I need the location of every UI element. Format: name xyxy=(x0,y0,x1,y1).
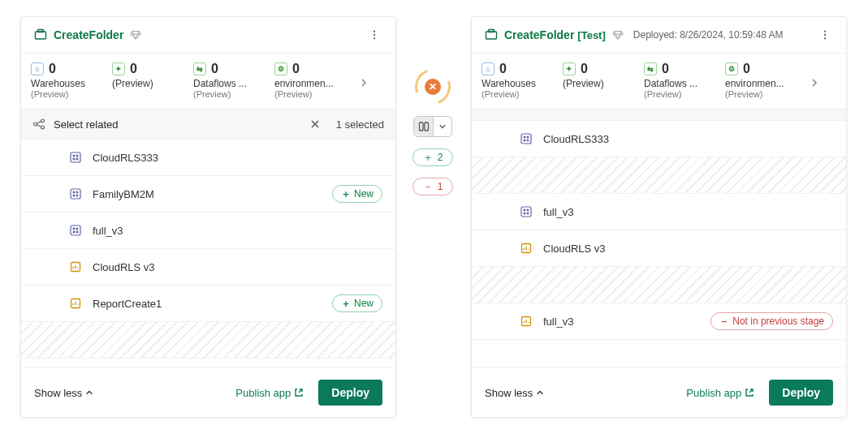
summary-warehouses[interactable]: ⌂0 Warehouses (Preview) xyxy=(482,62,559,99)
summary-warehouses[interactable]: ⌂0 Warehouses (Preview) xyxy=(31,62,109,99)
svg-point-19 xyxy=(73,228,75,230)
stage-more-button[interactable] xyxy=(817,27,833,43)
chevron-right-icon xyxy=(359,78,369,88)
stage-more-button[interactable] xyxy=(366,27,382,43)
compare-dropdown[interactable] xyxy=(433,117,451,136)
preview-icon: ✦ xyxy=(563,62,576,75)
summary-dataflows[interactable]: ⇆0 Dataflows ... (Preview) xyxy=(193,62,271,99)
placeholder-row xyxy=(21,322,395,359)
svg-point-29 xyxy=(824,30,826,32)
svg-point-35 xyxy=(524,140,525,141)
summary-dataflows[interactable]: ⇆0 Dataflows ... (Preview) xyxy=(644,62,722,99)
deployed-timestamp: Deployed: 8/26/2024, 10:59:48 AM xyxy=(633,29,784,41)
compare-column: ✕ ＋2 －1 xyxy=(404,69,461,195)
svg-point-14 xyxy=(73,191,75,193)
close-icon xyxy=(310,119,320,129)
deploy-button[interactable]: Deploy xyxy=(769,380,833,406)
item-list: CloudRLS333 FamilyBM2M ＋New full_v3 Clou… xyxy=(21,140,395,367)
report-icon xyxy=(519,241,533,256)
select-related-link[interactable]: Select related xyxy=(54,118,119,131)
publish-app-link[interactable]: Publish app xyxy=(686,387,754,399)
svg-point-6 xyxy=(41,119,45,122)
warehouse-icon: ⌂ xyxy=(31,62,44,75)
list-item[interactable]: ReportCreate1 ＋New xyxy=(21,286,395,322)
list-item[interactable]: CloudRLS v3 xyxy=(472,230,846,267)
chevron-down-icon xyxy=(438,122,447,131)
removed-count-pill[interactable]: －1 xyxy=(412,178,454,195)
list-item[interactable]: CloudRLS333 xyxy=(21,140,395,176)
summary-preview[interactable]: ✦0 (Preview) xyxy=(112,62,190,89)
summary-environments[interactable]: ⚙0 environmen... (Preview) xyxy=(725,62,803,99)
report-icon xyxy=(68,260,83,274)
environment-icon: ⚙ xyxy=(725,62,738,75)
svg-point-5 xyxy=(34,122,37,126)
svg-rect-0 xyxy=(36,32,46,39)
svg-rect-25 xyxy=(419,122,423,131)
compare-side-by-side[interactable] xyxy=(414,117,433,136)
stage-header: CreateFolder xyxy=(21,17,395,54)
dataset-icon xyxy=(519,204,533,219)
svg-point-7 xyxy=(41,126,45,129)
workspace-icon xyxy=(34,28,47,41)
publish-app-link[interactable]: Publish app xyxy=(235,387,304,399)
stage-header: CreateFolder [Test] Deployed: 8/26/2024,… xyxy=(472,17,846,54)
svg-point-15 xyxy=(76,191,78,193)
dataset-icon xyxy=(68,223,83,238)
list-item[interactable]: CloudRLS333 xyxy=(472,121,846,157)
more-vertical-icon xyxy=(819,29,831,41)
svg-point-11 xyxy=(73,158,75,160)
minus-icon: － xyxy=(423,179,433,194)
svg-point-34 xyxy=(527,136,529,138)
svg-point-17 xyxy=(76,195,78,196)
svg-point-33 xyxy=(524,136,525,138)
dataset-icon xyxy=(68,150,83,165)
new-badge: ＋New xyxy=(332,185,382,203)
svg-rect-37 xyxy=(521,207,531,217)
list-item[interactable]: FamilyBM2M ＋New xyxy=(21,176,395,213)
summary-scroll-right[interactable] xyxy=(806,67,823,99)
stage-source: CreateFolder ⌂0 Warehouses (Preview) ✦0 … xyxy=(20,16,396,418)
premium-diamond-icon xyxy=(612,29,624,41)
svg-point-4 xyxy=(374,37,375,39)
list-item[interactable]: full_v3 xyxy=(472,194,846,230)
plus-icon: ＋ xyxy=(341,296,351,311)
svg-rect-18 xyxy=(71,225,80,235)
stage-title: CreateFolder xyxy=(54,28,123,41)
summary-row: ⌂0 Warehouses (Preview) ✦0 (Preview) ⇆0 … xyxy=(21,54,395,109)
svg-rect-8 xyxy=(71,152,80,162)
clear-selection-button[interactable] xyxy=(309,118,322,131)
plus-icon: ＋ xyxy=(341,187,351,201)
show-less-link[interactable]: Show less xyxy=(34,387,93,399)
summary-scroll-right[interactable] xyxy=(356,67,372,99)
chevron-up-icon xyxy=(85,389,93,397)
minus-icon: － xyxy=(719,314,729,328)
sync-error-icon: ✕ xyxy=(425,79,441,95)
workspace-icon xyxy=(485,28,498,41)
svg-point-16 xyxy=(73,195,75,196)
sync-status-badge[interactable]: ✕ xyxy=(415,69,451,105)
svg-rect-1 xyxy=(38,30,44,32)
list-item[interactable]: full_v3 xyxy=(21,213,395,249)
list-item[interactable]: CloudRLS v3 xyxy=(21,249,395,286)
stage-footer: Show less Publish app Deploy xyxy=(472,367,846,417)
select-bar-placeholder xyxy=(472,109,846,121)
show-less-link[interactable]: Show less xyxy=(485,387,544,399)
svg-point-12 xyxy=(76,158,78,160)
new-badge: ＋New xyxy=(332,294,382,312)
list-item[interactable]: full_v3 －Not in previous stage xyxy=(472,303,846,340)
summary-row: ⌂0 Warehouses (Preview) ✦0 (Preview) ⇆0 … xyxy=(472,54,846,109)
added-count-pill[interactable]: ＋2 xyxy=(412,148,454,166)
select-related-bar: Select related 1 selected xyxy=(21,109,395,140)
svg-rect-13 xyxy=(71,189,80,199)
summary-preview[interactable]: ✦0 (Preview) xyxy=(563,62,641,89)
deploy-button[interactable]: Deploy xyxy=(318,380,382,406)
report-icon xyxy=(519,314,533,328)
svg-point-39 xyxy=(527,209,529,211)
placeholder-row xyxy=(472,157,846,194)
chevron-up-icon xyxy=(536,389,544,397)
not-in-previous-badge: －Not in previous stage xyxy=(710,312,833,330)
svg-point-38 xyxy=(524,209,525,211)
dataset-icon xyxy=(68,187,83,201)
open-external-icon xyxy=(294,388,304,397)
summary-environments[interactable]: ⚙0 environmen... (Preview) xyxy=(274,62,352,99)
